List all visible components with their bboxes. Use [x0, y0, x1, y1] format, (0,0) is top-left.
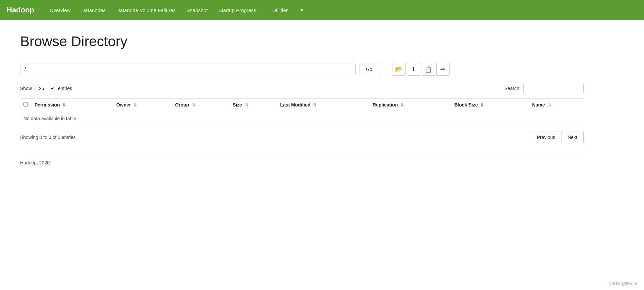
th-block-size-label: Block Size [454, 102, 478, 107]
table-controls: Show 10 25 50 100 entries Search: [20, 84, 584, 93]
th-permission-label: Permission [35, 102, 60, 107]
no-data-row: No data available in table [20, 111, 584, 126]
th-owner-label: Owner [116, 102, 131, 107]
th-name-label: Name [532, 102, 545, 107]
th-replication-label: Replication [373, 102, 398, 107]
sort-icon-owner: ⇅ [133, 103, 137, 107]
nav-link-overview[interactable]: Overview [44, 5, 76, 16]
create-icon: ✏ [440, 66, 445, 73]
search-box: Search: [504, 84, 584, 93]
th-replication[interactable]: Replication ⇅ [369, 99, 451, 111]
th-size-label: Size [233, 102, 242, 107]
nav-link-snapshot[interactable]: Snapshot [181, 5, 213, 16]
create-icon-button[interactable]: ✏ [436, 63, 450, 76]
previous-button[interactable]: Previous [531, 132, 561, 143]
list-icon: 📋 [425, 66, 432, 73]
th-group[interactable]: Group ⇅ [172, 99, 229, 111]
th-size[interactable]: Size ⇅ [229, 99, 277, 111]
sort-icon-group: ⇅ [192, 103, 195, 107]
icon-buttons-group: 📂 ⬆ 📋 ✏ [391, 63, 450, 76]
folder-icon: 📂 [395, 66, 402, 73]
main-content: Browse Directory Go! 📂 ⬆ 📋 ✏ Show 10 25 [0, 20, 604, 179]
showing-text: Showing 0 to 0 of 0 entries [20, 135, 76, 140]
page-footer: Hadoop, 2020. [20, 153, 584, 165]
table-footer: Showing 0 to 0 of 0 entries Previous Nex… [20, 132, 584, 153]
nav-item-utilities[interactable]: Utilities ▾ [262, 2, 314, 18]
sort-icon-block-size: ⇅ [480, 103, 484, 107]
upload-icon-button[interactable]: ⬆ [407, 63, 420, 76]
nav-item-datanode-volume-failures[interactable]: Datanode Volume Failures [111, 5, 181, 16]
table-body: No data available in table [20, 111, 584, 126]
th-permission[interactable]: Permission ⇅ [31, 99, 113, 111]
nav-item-datanodes[interactable]: Datanodes [76, 5, 111, 16]
sort-icon-last-modified: ⇅ [313, 103, 316, 107]
search-input[interactable] [523, 84, 584, 93]
entries-label: entries [58, 86, 72, 91]
th-group-label: Group [175, 102, 189, 107]
path-input[interactable] [20, 64, 356, 75]
navbar: Hadoop Overview Datanodes Datanode Volum… [0, 0, 644, 20]
nav-links: Overview Datanodes Datanode Volume Failu… [44, 2, 314, 18]
pagination-buttons: Previous Next [531, 132, 584, 143]
no-data-message: No data available in table [20, 111, 584, 126]
nav-link-startup-progress[interactable]: Startup Progress [213, 5, 262, 16]
th-last-modified[interactable]: Last Modified ⇅ [277, 99, 369, 111]
select-all-checkbox[interactable] [23, 102, 28, 106]
folder-icon-button[interactable]: 📂 [392, 63, 406, 76]
nav-item-startup-progress[interactable]: Startup Progress [213, 5, 262, 16]
navbar-brand[interactable]: Hadoop [7, 6, 34, 14]
nav-link-datanode-volume-failures[interactable]: Datanode Volume Failures [111, 5, 181, 16]
nav-item-overview[interactable]: Overview [44, 5, 76, 16]
next-button[interactable]: Next [561, 132, 584, 143]
list-icon-button[interactable]: 📋 [422, 63, 435, 76]
upload-icon: ⬆ [411, 66, 416, 73]
sort-icon-replication: ⇅ [400, 103, 404, 107]
show-label: Show [20, 86, 32, 91]
th-last-modified-label: Last Modified [280, 102, 310, 107]
table-header: Permission ⇅ Owner ⇅ Group ⇅ Size ⇅ Last… [20, 99, 584, 111]
nav-link-datanodes[interactable]: Datanodes [76, 5, 111, 16]
sort-icon-size: ⇅ [245, 103, 248, 107]
nav-link-utilities[interactable]: Utilities ▾ [262, 2, 314, 18]
directory-table: Permission ⇅ Owner ⇅ Group ⇅ Size ⇅ Last… [20, 98, 584, 126]
nav-item-snapshot[interactable]: Snapshot [181, 5, 213, 16]
path-bar: Go! 📂 ⬆ 📋 ✏ [20, 63, 584, 76]
chevron-down-icon: ▾ [295, 4, 309, 16]
footer-text: Hadoop, 2020. [20, 160, 51, 165]
page-title: Browse Directory [20, 33, 584, 50]
search-label: Search: [504, 86, 521, 91]
th-checkbox [20, 99, 31, 111]
th-block-size[interactable]: Block Size ⇅ [451, 99, 529, 111]
th-owner[interactable]: Owner ⇅ [113, 99, 172, 111]
go-button[interactable]: Go! [360, 64, 380, 75]
show-entries: Show 10 25 50 100 entries [20, 84, 72, 93]
th-name[interactable]: Name ⇅ [529, 99, 584, 111]
sort-icon-permission: ⇅ [62, 103, 66, 107]
sort-icon-name: ⇅ [548, 103, 551, 107]
entries-select[interactable]: 10 25 50 100 [35, 84, 55, 93]
